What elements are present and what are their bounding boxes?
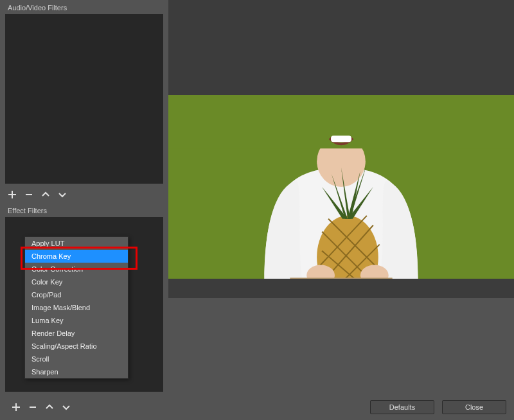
effect-menu-item[interactable]: Sharpen	[25, 365, 128, 378]
effect-menu-item[interactable]: Image Mask/Blend	[25, 301, 128, 314]
audio-video-toolbar	[0, 186, 168, 203]
effect-menu-item[interactable]: Render Delay	[25, 327, 128, 340]
remove-button[interactable]	[27, 401, 39, 413]
move-down-button[interactable]	[57, 189, 68, 200]
effect-menu-item[interactable]: Apply LUT	[25, 237, 128, 250]
effect-filters-list[interactable]: Apply LUTChroma KeyColor CorrectionColor…	[5, 217, 163, 392]
move-up-button[interactable]	[44, 401, 55, 413]
audio-video-filters-title: Audio/Video Filters	[0, 0, 168, 14]
effect-menu-item[interactable]: Color Correction	[25, 263, 128, 276]
effect-menu-item[interactable]: Color Key	[25, 276, 128, 288]
defaults-button[interactable]: Defaults	[370, 400, 434, 414]
remove-button[interactable]	[23, 189, 35, 200]
add-button[interactable]	[6, 189, 18, 200]
audio-video-filters-list[interactable]	[5, 14, 163, 184]
move-down-button[interactable]	[60, 401, 72, 413]
add-button[interactable]	[10, 401, 22, 413]
preview-area	[168, 0, 514, 394]
footer: Defaults Close	[0, 394, 514, 420]
effect-menu-item[interactable]: Luma Key	[25, 314, 128, 327]
effect-menu-item[interactable]: Scaling/Aspect Ratio	[25, 340, 128, 353]
close-button[interactable]: Close	[442, 400, 506, 414]
preview-image	[168, 95, 514, 279]
effect-menu-item[interactable]: Chroma Key	[25, 250, 128, 263]
preview-stage	[168, 0, 514, 394]
effect-menu-item[interactable]: Crop/Pad	[25, 288, 128, 301]
sidebar: Audio/Video Filters Effect Filters Apply…	[0, 0, 168, 394]
effect-filters-title: Effect Filters	[0, 203, 168, 217]
effect-filter-menu[interactable]: Apply LUTChroma KeyColor CorrectionColor…	[24, 236, 128, 379]
move-up-button[interactable]	[40, 189, 51, 200]
svg-rect-16	[290, 277, 392, 279]
effect-menu-item[interactable]: Scroll	[25, 353, 128, 365]
svg-rect-6	[331, 136, 351, 142]
